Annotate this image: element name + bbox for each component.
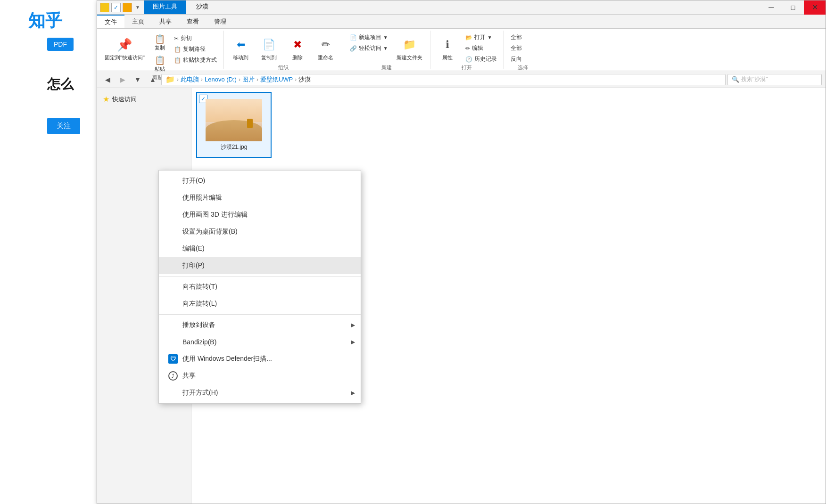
cm-rotate-left-icon bbox=[168, 299, 178, 309]
figure bbox=[247, 119, 253, 128]
ribbon-tabs: 文件 主页 共享 查看 管理 bbox=[97, 15, 826, 29]
cm-open-with-icon bbox=[168, 388, 178, 398]
ribbon-tab-manage[interactable]: 管理 bbox=[206, 15, 234, 28]
file-thumbnail[interactable]: ✓ 沙漠21.jpg bbox=[196, 92, 272, 158]
deselect-label: 全部 bbox=[511, 44, 522, 52]
cm-rotate-left[interactable]: 向左旋转(L) bbox=[159, 295, 361, 312]
cm-rotate-right-label: 向右旋转(T) bbox=[182, 283, 217, 291]
back-button[interactable]: ◀ bbox=[101, 73, 114, 86]
open-button[interactable]: 📂 打开 ▼ bbox=[463, 33, 500, 42]
cm-print-icon bbox=[168, 261, 178, 270]
cut-button[interactable]: ✂ 剪切 bbox=[171, 33, 220, 43]
easy-access-arrow: ▼ bbox=[383, 46, 388, 51]
copy-to-button[interactable]: 📄 复制到 bbox=[256, 33, 282, 64]
rename-button[interactable]: ✏ 重命名 bbox=[313, 33, 339, 64]
edit-button[interactable]: ✏ 编辑 bbox=[463, 43, 500, 53]
paste-shortcut-button[interactable]: 📋 粘贴快捷方式 bbox=[171, 55, 220, 65]
dropdown-nav-button[interactable]: ▼ bbox=[131, 73, 144, 86]
select-all-label: 全部 bbox=[511, 33, 522, 41]
copy-path-button[interactable]: 📋 复制路径 bbox=[171, 44, 220, 54]
ribbon-group-organize: ⬅ 移动到 📄 复制到 ✖ 删除 ✏ 重命名 组织 bbox=[224, 31, 343, 69]
cm-paint3d[interactable]: 使用画图 3D 进行编辑 bbox=[159, 206, 361, 223]
history-button[interactable]: 🕐 历史记录 bbox=[463, 54, 500, 64]
invert-label: 反向 bbox=[511, 55, 522, 63]
paste-icon: 📋 bbox=[155, 55, 165, 65]
folder-icon bbox=[100, 3, 109, 12]
cm-set-bg[interactable]: 设置为桌面背景(B) bbox=[159, 223, 361, 240]
cm-paint3d-icon bbox=[168, 210, 178, 219]
cm-bandizip-arrow: ▶ bbox=[351, 339, 355, 345]
delete-icon: ✖ bbox=[288, 35, 307, 54]
zhihu-follow-button[interactable]: 关注 bbox=[47, 118, 80, 134]
open-edit-stack: 📂 打开 ▼ ✏ 编辑 🕐 历史记录 bbox=[463, 33, 500, 64]
ribbon-tab-share-label: 共享 bbox=[159, 17, 172, 26]
ribbon-open-items: ℹ 属性 📂 打开 ▼ ✏ 编辑 🕐 历史记录 bbox=[434, 31, 500, 64]
move-to-button[interactable]: ⬅ 移动到 bbox=[228, 33, 254, 64]
ribbon-tab-file[interactable]: 文件 bbox=[97, 15, 124, 28]
cm-bandizip[interactable]: Bandizip(B) ▶ bbox=[159, 333, 361, 350]
pin-button[interactable]: 📌 固定到"快速访问" bbox=[101, 33, 149, 64]
tab-desert[interactable]: 沙漠 bbox=[188, 0, 217, 14]
easy-access-icon: 🔗 bbox=[350, 45, 357, 52]
book-icon bbox=[123, 3, 132, 12]
cm-open-label: 打开(O) bbox=[182, 177, 205, 185]
ribbon-group-new: 📄 新建项目 ▼ 🔗 轻松访问 ▼ 📁 新建文件夹 新建 bbox=[343, 31, 430, 69]
paste-label: 粘贴 bbox=[155, 65, 165, 73]
cm-separator-2 bbox=[159, 314, 361, 315]
ribbon-tab-home[interactable]: 主页 bbox=[124, 15, 152, 28]
deselect-button[interactable]: 全部 bbox=[508, 43, 525, 53]
cm-rotate-right[interactable]: 向右旋转(T) bbox=[159, 278, 361, 295]
path-drive[interactable]: Lenovo (D:) bbox=[205, 76, 237, 83]
window-controls: ─ □ ✕ bbox=[760, 0, 826, 14]
ribbon-tab-view[interactable]: 查看 bbox=[179, 15, 206, 28]
rename-label: 重命名 bbox=[318, 54, 333, 61]
new-item-button[interactable]: 📄 新建项目 ▼ bbox=[347, 33, 391, 42]
easy-access-button[interactable]: 🔗 轻松访问 ▼ bbox=[347, 43, 391, 53]
new-item-stack: 📄 新建项目 ▼ 🔗 轻松访问 ▼ bbox=[347, 33, 391, 53]
properties-button[interactable]: ℹ 属性 bbox=[434, 33, 461, 64]
path-wallpaper[interactable]: 爱壁纸UWP bbox=[260, 75, 293, 84]
tab-desert-label: 沙漠 bbox=[196, 2, 208, 11]
cm-open-with-label: 打开方式(H) bbox=[182, 389, 218, 397]
tab-picture-tools-label: 图片工具 bbox=[153, 2, 177, 11]
ribbon-content: 📌 固定到"快速访问" 📋 复制 📋 粘贴 bbox=[97, 29, 826, 71]
up-button[interactable]: ▲ bbox=[146, 73, 159, 86]
sidebar-item-quick-access[interactable]: ★ 快速访问 bbox=[97, 93, 191, 106]
select-group-label: 选择 bbox=[508, 64, 538, 72]
history-label: 历史记录 bbox=[474, 55, 497, 63]
search-box[interactable]: 🔍 搜索"沙漠" bbox=[727, 74, 822, 85]
cm-open[interactable]: 打开(O) bbox=[159, 172, 361, 189]
path-desert[interactable]: 沙漠 bbox=[298, 75, 311, 84]
ribbon-new-items: 📄 新建项目 ▼ 🔗 轻松访问 ▼ 📁 新建文件夹 bbox=[347, 31, 426, 64]
tab-picture-tools[interactable]: 图片工具 bbox=[144, 0, 186, 14]
delete-button[interactable]: ✖ 删除 bbox=[284, 33, 311, 64]
copy-button[interactable]: 📋 复制 bbox=[150, 33, 169, 53]
zhihu-pdf-button[interactable]: PDF bbox=[47, 38, 74, 51]
title-bar-left: ✓ ▼ bbox=[97, 0, 144, 14]
ribbon-tab-file-label: 文件 bbox=[105, 18, 117, 26]
minimize-button[interactable]: ─ bbox=[760, 0, 782, 15]
cm-edit[interactable]: 编辑(E) bbox=[159, 240, 361, 257]
copy-path-icon: 📋 bbox=[174, 46, 181, 53]
maximize-button[interactable]: □ bbox=[782, 0, 804, 15]
cm-print[interactable]: 打印(P) bbox=[159, 257, 361, 274]
cm-print-label: 打印(P) bbox=[182, 261, 205, 270]
ribbon-tab-share[interactable]: 共享 bbox=[152, 15, 179, 28]
cm-photo-edit[interactable]: 使用照片编辑 bbox=[159, 189, 361, 206]
cm-open-with[interactable]: 打开方式(H) ▶ bbox=[159, 384, 361, 401]
path-computer[interactable]: 此电脑 bbox=[181, 75, 199, 84]
close-button[interactable]: ✕ bbox=[804, 0, 826, 15]
address-path[interactable]: 📁 › 此电脑 › Lenovo (D:) › 图片 › 爱壁纸UWP › 沙漠 bbox=[161, 74, 726, 85]
dropdown-arrow[interactable]: ▼ bbox=[134, 3, 141, 12]
path-pictures[interactable]: 图片 bbox=[242, 75, 255, 84]
easy-access-label: 轻松访问 bbox=[359, 44, 381, 52]
select-all-button[interactable]: 全部 bbox=[508, 33, 525, 42]
cm-rotate-right-icon bbox=[168, 282, 178, 292]
cm-defender[interactable]: 🛡 使用 Windows Defender扫描... bbox=[159, 350, 361, 367]
cm-cast[interactable]: 播放到设备 ▶ bbox=[159, 317, 361, 333]
new-folder-button[interactable]: 📁 新建文件夹 bbox=[393, 33, 426, 64]
open-icon: 📂 bbox=[465, 34, 472, 41]
invert-button[interactable]: 反向 bbox=[508, 54, 525, 64]
paste-button[interactable]: 📋 粘贴 bbox=[150, 54, 169, 74]
cm-share[interactable]: ⤴ 共享 bbox=[159, 367, 361, 384]
